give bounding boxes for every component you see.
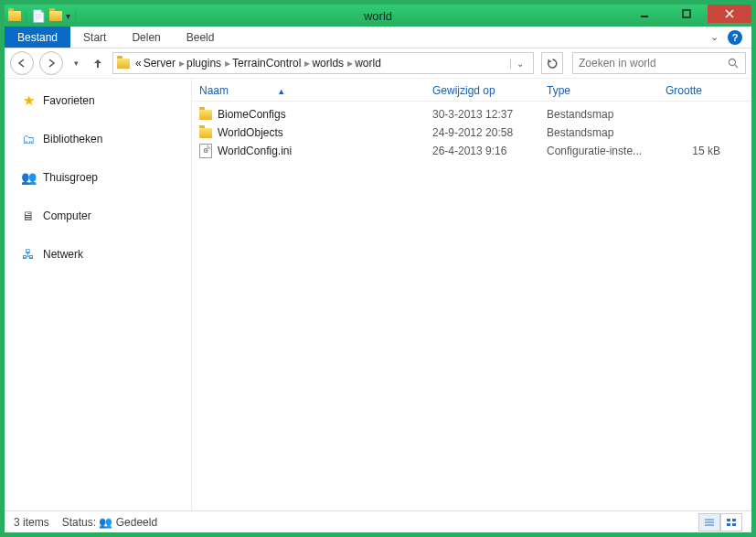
file-row[interactable]: BiomeConfigs 30-3-2013 12:37 Bestandsmap bbox=[199, 105, 744, 124]
details-view-icon bbox=[704, 518, 715, 527]
sort-ascending-icon: ▲ bbox=[277, 87, 285, 96]
app-icon bbox=[8, 11, 21, 21]
search-input[interactable] bbox=[579, 57, 728, 70]
titlebar[interactable]: | 📄 ▾ | world bbox=[5, 5, 751, 27]
breadcrumb-item[interactable]: TerrainControl▸ bbox=[232, 57, 310, 70]
close-button[interactable] bbox=[708, 5, 751, 23]
column-header-size[interactable]: Grootte bbox=[665, 84, 729, 97]
breadcrumb-prefix[interactable]: « bbox=[135, 57, 142, 70]
navigation-pane: ★ Favorieten 🗂 Bibliotheken 👥 Thuisgroep… bbox=[5, 79, 192, 510]
status-bar: 3 items Status: 👥 Gedeeld bbox=[5, 510, 751, 532]
breadcrumb-bar[interactable]: « Server▸ plugins▸ TerrainControl▸ world… bbox=[112, 52, 534, 74]
star-icon: ★ bbox=[21, 93, 36, 108]
minimize-icon bbox=[640, 9, 649, 18]
explorer-window: | 📄 ▾ | world Bestand Start Delen Beeld … bbox=[4, 4, 752, 533]
qat-separator: | bbox=[25, 9, 27, 22]
maximize-button[interactable] bbox=[665, 5, 708, 23]
ribbon-expand-icon[interactable]: ⌄ bbox=[710, 31, 719, 43]
close-icon bbox=[725, 9, 734, 18]
sidebar-item-favorites[interactable]: ★ Favorieten bbox=[5, 88, 191, 113]
computer-icon: 🖥 bbox=[21, 209, 36, 223]
explorer-body: ★ Favorieten 🗂 Bibliotheken 👥 Thuisgroep… bbox=[5, 78, 751, 510]
help-icon[interactable]: ? bbox=[728, 30, 742, 45]
chevron-right-icon[interactable]: ▸ bbox=[225, 57, 230, 70]
up-arrow-icon bbox=[91, 57, 104, 70]
location-folder-icon bbox=[117, 59, 130, 69]
minimize-button[interactable] bbox=[623, 5, 665, 23]
sidebar-item-network[interactable]: 🖧 Netwerk bbox=[5, 242, 191, 267]
window-controls bbox=[623, 5, 751, 27]
libraries-icon: 🗂 bbox=[21, 132, 36, 146]
folder-icon bbox=[199, 128, 212, 138]
breadcrumb-dropdown[interactable]: ⌄ bbox=[510, 59, 529, 69]
breadcrumb-item[interactable]: worlds▸ bbox=[312, 57, 353, 70]
sidebar-item-homegroup[interactable]: 👥 Thuisgroep bbox=[5, 165, 191, 190]
qat-separator: | bbox=[74, 9, 77, 22]
svg-rect-11 bbox=[727, 523, 730, 526]
ribbon-tab-file[interactable]: Bestand bbox=[5, 27, 70, 48]
sidebar-item-computer[interactable]: 🖥 Computer bbox=[5, 203, 191, 229]
qat-dropdown-icon[interactable]: ▾ bbox=[66, 11, 70, 21]
chevron-right-icon[interactable]: ▸ bbox=[304, 57, 310, 70]
network-icon: 🖧 bbox=[21, 247, 36, 262]
svg-point-4 bbox=[729, 59, 736, 65]
ribbon-tab-view[interactable]: Beeld bbox=[174, 27, 228, 48]
column-header-name[interactable]: Naam ▲ bbox=[199, 84, 432, 97]
chevron-right-icon[interactable]: ▸ bbox=[347, 57, 353, 70]
file-rows: BiomeConfigs 30-3-2013 12:37 Bestandsmap… bbox=[192, 102, 751, 164]
sidebar-item-libraries[interactable]: 🗂 Bibliotheken bbox=[5, 126, 191, 152]
ribbon-tab-start[interactable]: Start bbox=[70, 27, 119, 48]
refresh-icon bbox=[547, 58, 559, 70]
ribbon-tabs: Bestand Start Delen Beeld ⌄ ? bbox=[5, 27, 751, 48]
svg-rect-12 bbox=[732, 523, 736, 526]
svg-rect-1 bbox=[683, 10, 690, 17]
column-header-modified[interactable]: Gewijzigd op bbox=[432, 84, 547, 97]
up-button[interactable] bbox=[89, 51, 107, 75]
file-row[interactable]: WorldObjects 24-9-2012 20:58 Bestandsmap bbox=[199, 124, 744, 142]
file-row[interactable]: ⚙WorldConfig.ini 26-4-2013 9:16 Configur… bbox=[199, 142, 744, 160]
view-toggle bbox=[698, 513, 742, 532]
svg-rect-10 bbox=[732, 519, 736, 521]
chevron-right-icon[interactable]: ▸ bbox=[179, 57, 185, 70]
ribbon-right: ⌄ ? bbox=[710, 27, 751, 48]
icons-view-icon bbox=[726, 518, 737, 527]
refresh-button[interactable] bbox=[541, 52, 563, 74]
details-view-button[interactable] bbox=[698, 513, 720, 532]
breadcrumb-item[interactable]: plugins▸ bbox=[186, 57, 230, 70]
window-title: world bbox=[364, 9, 392, 23]
file-list-pane: Naam ▲ Gewijzigd op Type Grootte BiomeCo… bbox=[192, 79, 751, 510]
breadcrumb-item[interactable]: Server▸ bbox=[144, 57, 185, 70]
back-button[interactable] bbox=[10, 51, 34, 75]
navigation-bar: ▾ « Server▸ plugins▸ TerrainControl▸ wor… bbox=[5, 48, 751, 78]
icons-view-button[interactable] bbox=[720, 513, 742, 532]
forward-button[interactable] bbox=[39, 51, 63, 75]
new-folder-icon[interactable] bbox=[49, 11, 62, 21]
ribbon-tab-share[interactable]: Delen bbox=[119, 27, 173, 48]
homegroup-icon: 👥 bbox=[21, 170, 36, 185]
svg-line-5 bbox=[735, 65, 738, 68]
maximize-icon bbox=[682, 9, 691, 18]
svg-rect-9 bbox=[727, 519, 730, 521]
item-count: 3 items bbox=[14, 516, 49, 529]
column-header-type[interactable]: Type bbox=[547, 84, 665, 97]
search-icon bbox=[728, 58, 740, 70]
shared-icon: 👥 bbox=[99, 516, 112, 529]
quick-access-toolbar: | 📄 ▾ | bbox=[5, 9, 77, 23]
search-box[interactable] bbox=[572, 52, 746, 74]
forward-arrow-icon bbox=[46, 58, 57, 69]
status-section: Status: 👥 Gedeeld bbox=[62, 516, 157, 529]
ini-file-icon: ⚙ bbox=[199, 144, 212, 158]
properties-icon[interactable]: 📄 bbox=[31, 9, 46, 23]
recent-locations-button[interactable]: ▾ bbox=[69, 51, 83, 75]
breadcrumb-item[interactable]: world bbox=[355, 57, 381, 70]
column-headers: Naam ▲ Gewijzigd op Type Grootte bbox=[192, 79, 751, 102]
folder-icon bbox=[199, 110, 212, 120]
back-arrow-icon bbox=[16, 58, 27, 69]
